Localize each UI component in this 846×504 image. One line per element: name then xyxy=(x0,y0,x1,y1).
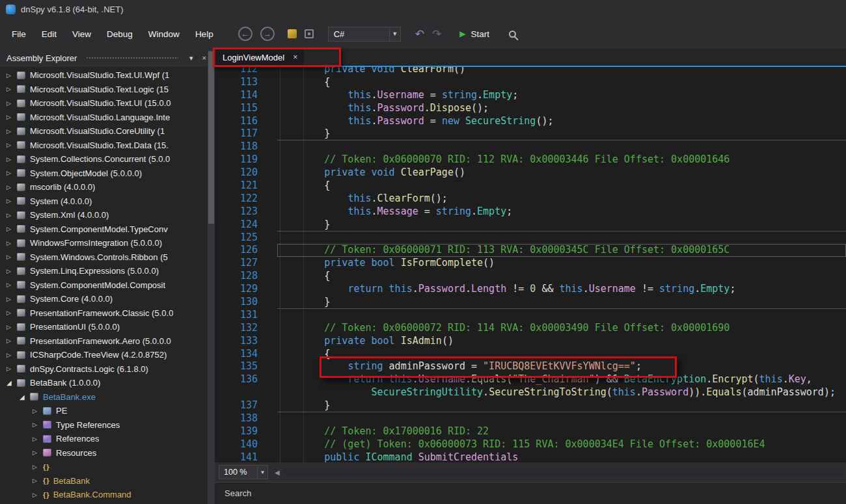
expand-arrow-icon[interactable]: ▷ xyxy=(7,324,17,330)
tree-item[interactable]: ▷Microsoft.VisualStudio.Language.Inte xyxy=(0,111,215,125)
tree-item[interactable]: ▷PresentationFramework.Aero (5.0.0.0 xyxy=(0,334,215,349)
expand-arrow-icon[interactable]: ▷ xyxy=(7,170,17,176)
expand-arrow-icon[interactable]: ▷ xyxy=(33,477,43,484)
tree-item[interactable]: ▷System.ObjectModel (5.0.0.0) xyxy=(0,166,215,181)
tree-item[interactable]: ▷System.ComponentModel.Composit xyxy=(0,278,215,293)
navigate-back-button[interactable]: ← xyxy=(238,27,252,41)
expand-arrow-icon[interactable]: ▷ xyxy=(7,212,17,219)
tree-item[interactable]: ▷{ } xyxy=(0,460,215,474)
menu-debug[interactable]: Debug xyxy=(99,25,141,43)
expand-arrow-icon[interactable]: ▷ xyxy=(7,352,17,358)
expand-arrow-icon[interactable]: ▷ xyxy=(33,408,43,414)
tree-scrollbar-thumb[interactable] xyxy=(208,51,214,224)
expand-arrow-icon[interactable]: ▷ xyxy=(7,142,17,148)
tree-item[interactable]: ▷System.Windows.Controls.Ribbon (5 xyxy=(0,250,215,265)
code-text: // Token: 0x06000070 RID: 112 RVA: 0x000… xyxy=(277,153,846,166)
expand-arrow-icon[interactable]: ▷ xyxy=(7,310,17,316)
tree-item[interactable]: ▷{ }BetaBank xyxy=(0,474,215,488)
tree-item[interactable]: ▷Microsoft.VisualStudio.Text.Logic (15 xyxy=(0,83,215,97)
tree-item[interactable]: ▷Type References xyxy=(0,418,215,432)
collapse-arrow-icon[interactable]: ◢ xyxy=(20,393,30,401)
panel-drag-grip[interactable] xyxy=(86,56,178,60)
code-text: return this.Password.Length != 0 && this… xyxy=(277,283,846,296)
navigate-forward-button[interactable]: → xyxy=(260,27,275,41)
zoom-select[interactable]: 100 % ▼ xyxy=(219,465,268,479)
tab-loginviewmodel[interactable]: LoginViewModel × xyxy=(216,49,304,66)
menu-help[interactable]: Help xyxy=(187,25,221,43)
redo-button[interactable]: ↷ xyxy=(432,27,441,41)
tree-item[interactable]: ▷References xyxy=(0,432,215,446)
expand-arrow-icon[interactable]: ▷ xyxy=(7,240,17,246)
expand-arrow-icon[interactable]: ▷ xyxy=(7,268,17,274)
expand-arrow-icon[interactable]: ▷ xyxy=(7,128,17,135)
tree-item[interactable]: ▷System.Xml (4.0.0.0) xyxy=(0,208,215,222)
toolbar-extra-icon-2[interactable] xyxy=(305,29,314,38)
tree-item[interactable]: ▷PE xyxy=(0,404,215,418)
expand-arrow-icon[interactable]: ▷ xyxy=(7,296,17,302)
horizontal-scrollbar[interactable] xyxy=(283,468,843,476)
expand-arrow-icon[interactable]: ▷ xyxy=(7,226,17,232)
tree-item[interactable]: ▷System.Collections.Concurrent (5.0.0 xyxy=(0,152,215,166)
tree-item[interactable]: ▷Microsoft.VisualStudio.Text.Data (15. xyxy=(0,139,215,153)
expand-arrow-icon[interactable]: ▷ xyxy=(7,72,17,79)
tree-vertical-scrollbar[interactable] xyxy=(208,50,215,504)
tree-item[interactable]: ▷Microsoft.VisualStudio.Text.UI (15.0.0 xyxy=(0,96,215,111)
code-text: { xyxy=(277,348,846,361)
menu-edit[interactable]: Edit xyxy=(34,25,64,43)
toolbar-extra-icon-1[interactable] xyxy=(288,29,297,38)
tree-item[interactable]: ▷System (4.0.0.0) xyxy=(0,194,215,209)
tree-item[interactable]: ▷PresentationFramework.Classic (5.0.0 xyxy=(0,306,215,321)
language-select[interactable]: C# ▼ xyxy=(328,27,401,42)
expand-arrow-icon[interactable]: ▷ xyxy=(33,464,43,470)
expand-arrow-icon[interactable]: ▷ xyxy=(7,254,17,260)
expand-arrow-icon[interactable]: ▷ xyxy=(33,449,43,456)
tree-item[interactable]: ▷System.Linq.Expressions (5.0.0.0) xyxy=(0,264,215,278)
tree-item[interactable]: ▷Resources xyxy=(0,446,215,460)
code-text: } xyxy=(277,399,846,412)
undo-button[interactable]: ↶ xyxy=(415,27,424,41)
expand-arrow-icon[interactable]: ▷ xyxy=(33,421,43,428)
tree-item-label: System.Windows.Controls.Ribbon (5 xyxy=(30,252,168,262)
expand-arrow-icon[interactable]: ▷ xyxy=(7,338,17,344)
close-tab-icon[interactable]: × xyxy=(293,53,297,62)
scroll-left-icon[interactable]: ◀ xyxy=(275,469,280,476)
tree-item[interactable]: ▷mscorlib (4.0.0.0) xyxy=(0,180,215,194)
assembly-icon xyxy=(17,183,25,191)
menu-view[interactable]: View xyxy=(64,25,99,43)
expand-arrow-icon[interactable]: ▷ xyxy=(33,492,43,498)
assembly-tree[interactable]: ▷Microsoft.VisualStudio.Text.UI.Wpf (1▷M… xyxy=(0,67,215,504)
tree-item-label: PresentationUI (5.0.0.0) xyxy=(30,322,120,332)
tree-item[interactable]: ◢BetaBank (1.0.0.0) xyxy=(0,376,215,390)
expand-arrow-icon[interactable]: ▷ xyxy=(7,198,17,204)
dock-options-icon[interactable]: ▾ xyxy=(187,54,195,62)
tree-item[interactable]: ▷System.ComponentModel.TypeConv xyxy=(0,222,215,237)
chevron-down-icon[interactable]: ▼ xyxy=(257,466,267,479)
expand-arrow-icon[interactable]: ▷ xyxy=(7,100,17,107)
menu-window[interactable]: Window xyxy=(141,25,187,43)
expand-arrow-icon[interactable]: ▷ xyxy=(7,156,17,163)
code-editor[interactable]: 112 private void ClearForm()113 {114 thi… xyxy=(215,67,846,462)
tree-item[interactable]: ▷Microsoft.VisualStudio.CoreUtility (1 xyxy=(0,124,215,139)
search-icon[interactable] xyxy=(509,31,516,38)
tree-item[interactable]: ▷System.Core (4.0.0.0) xyxy=(0,292,215,306)
redo-icon: ↷ xyxy=(432,28,441,40)
expand-arrow-icon[interactable]: ▷ xyxy=(7,114,17,120)
expand-arrow-icon[interactable]: ▷ xyxy=(33,436,43,442)
code-line: 138 xyxy=(215,412,846,425)
expand-arrow-icon[interactable]: ▷ xyxy=(7,184,17,191)
expand-arrow-icon[interactable]: ▷ xyxy=(7,86,17,92)
expand-arrow-icon[interactable]: ▷ xyxy=(7,282,17,288)
chevron-down-icon[interactable]: ▼ xyxy=(389,27,400,41)
menu-file[interactable]: File xyxy=(4,25,34,43)
collapse-arrow-icon[interactable]: ◢ xyxy=(7,379,17,386)
tree-item[interactable]: ▷Microsoft.VisualStudio.Text.UI.Wpf (1 xyxy=(0,68,215,83)
tree-item[interactable]: ▷WindowsFormsIntegration (5.0.0.0) xyxy=(0,236,215,250)
start-button[interactable]: ▶ Start xyxy=(459,29,489,39)
tree-item[interactable]: ▷dnSpy.Contracts.Logic (6.1.8.0) xyxy=(0,362,215,377)
tree-item[interactable]: ▷PresentationUI (5.0.0.0) xyxy=(0,320,215,334)
tree-item[interactable]: ▷ICSharpCode.TreeView (4.2.0.8752) xyxy=(0,348,215,362)
tree-item[interactable]: ◢BetaBank.exe xyxy=(0,390,215,405)
line-number: 117 xyxy=(215,127,258,140)
tree-item[interactable]: ▷{ }BetaBank.Command xyxy=(0,488,215,502)
expand-arrow-icon[interactable]: ▷ xyxy=(7,365,17,372)
